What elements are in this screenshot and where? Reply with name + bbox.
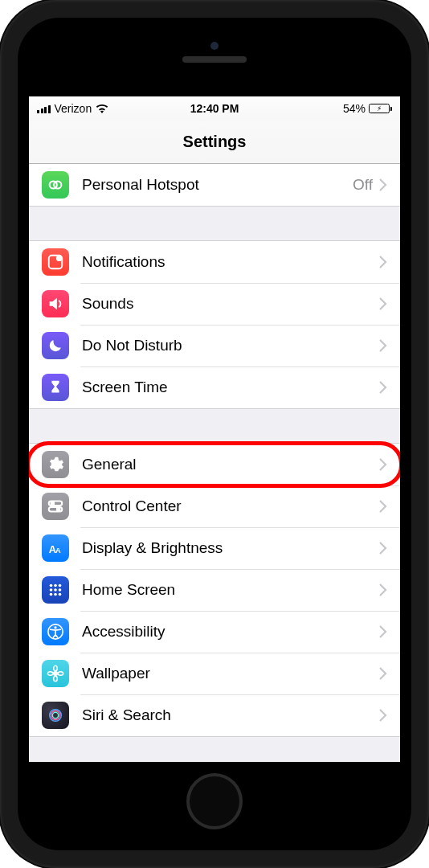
battery-icon: ⚡︎ bbox=[369, 104, 392, 113]
app-grid-icon bbox=[42, 576, 69, 604]
row-label: Accessibility bbox=[82, 623, 379, 641]
chevron-right-icon bbox=[379, 297, 387, 310]
bezel: Verizon 12:40 PM 54% ⚡︎ bbox=[18, 18, 411, 850]
svg-point-5 bbox=[51, 502, 55, 506]
svg-point-15 bbox=[59, 588, 62, 592]
svg-text:A: A bbox=[55, 547, 61, 555]
row-label: Notifications bbox=[82, 253, 379, 271]
row-label: Sounds bbox=[82, 295, 379, 313]
chevron-right-icon bbox=[379, 256, 387, 268]
settings-group: General Control Center AA bbox=[29, 443, 400, 737]
settings-row-sounds[interactable]: Sounds bbox=[29, 283, 400, 325]
hourglass-icon bbox=[42, 374, 69, 401]
settings-group: Personal Hotspot Off bbox=[29, 164, 400, 207]
settings-row-siri-search[interactable]: Siri & Search bbox=[29, 694, 400, 736]
nav-header: Settings bbox=[29, 121, 400, 164]
svg-point-16 bbox=[50, 593, 53, 596]
svg-point-22 bbox=[54, 665, 58, 670]
front-camera bbox=[210, 42, 219, 50]
svg-point-20 bbox=[54, 626, 56, 628]
chevron-right-icon bbox=[379, 178, 387, 191]
row-label: Home Screen bbox=[82, 581, 379, 599]
svg-point-18 bbox=[59, 593, 62, 596]
chevron-right-icon bbox=[379, 583, 387, 596]
home-button[interactable] bbox=[186, 773, 243, 829]
settings-row-accessibility[interactable]: Accessibility bbox=[29, 611, 400, 653]
chevron-right-icon bbox=[379, 458, 387, 471]
sounds-icon bbox=[42, 290, 69, 317]
toggles-icon bbox=[42, 493, 69, 520]
svg-point-12 bbox=[59, 584, 62, 588]
chevron-right-icon bbox=[379, 625, 387, 638]
row-value: Off bbox=[353, 176, 373, 194]
chevron-right-icon bbox=[379, 381, 387, 394]
chevron-right-icon bbox=[379, 667, 387, 680]
flower-icon bbox=[42, 660, 69, 687]
row-label: Control Center bbox=[82, 497, 379, 515]
row-label: Siri & Search bbox=[82, 706, 379, 724]
cellular-signal-icon bbox=[37, 104, 51, 113]
svg-point-7 bbox=[57, 508, 60, 511]
notifications-icon bbox=[42, 248, 69, 276]
chevron-right-icon bbox=[379, 709, 387, 722]
accessibility-icon bbox=[42, 618, 69, 645]
settings-row-control-center[interactable]: Control Center bbox=[29, 485, 400, 527]
settings-row-notifications[interactable]: Notifications bbox=[29, 241, 400, 283]
svg-point-3 bbox=[56, 256, 62, 261]
svg-point-10 bbox=[50, 584, 53, 588]
settings-row-personal-hotspot[interactable]: Personal Hotspot Off bbox=[29, 164, 400, 206]
moon-icon bbox=[42, 332, 69, 359]
settings-row-general[interactable]: General bbox=[29, 444, 400, 485]
settings-row-screen-time[interactable]: Screen Time bbox=[29, 366, 400, 408]
svg-point-13 bbox=[50, 588, 53, 592]
row-label: Screen Time bbox=[82, 379, 379, 396]
svg-point-23 bbox=[54, 676, 58, 681]
row-label: Personal Hotspot bbox=[82, 176, 353, 194]
page-title: Settings bbox=[183, 133, 247, 151]
svg-point-21 bbox=[54, 672, 58, 676]
settings-row-home-screen[interactable]: Home Screen bbox=[29, 569, 400, 611]
carrier-label: Verizon bbox=[55, 102, 92, 115]
settings-list[interactable]: Personal Hotspot Off Notifications bbox=[29, 164, 400, 737]
chevron-right-icon bbox=[379, 500, 387, 513]
svg-point-28 bbox=[52, 712, 58, 718]
chevron-right-icon bbox=[379, 542, 387, 555]
svg-point-25 bbox=[58, 672, 63, 676]
settings-row-display-brightness[interactable]: AA Display & Brightness bbox=[29, 527, 400, 569]
row-label: Do Not Disturb bbox=[82, 337, 379, 354]
siri-icon bbox=[42, 702, 69, 729]
battery-percent: 54% bbox=[343, 102, 366, 115]
text-size-icon: AA bbox=[42, 534, 69, 562]
row-label: General bbox=[82, 456, 379, 473]
svg-point-11 bbox=[54, 584, 57, 588]
status-bar: Verizon 12:40 PM 54% ⚡︎ bbox=[29, 96, 400, 121]
screen: Verizon 12:40 PM 54% ⚡︎ bbox=[29, 96, 400, 762]
settings-row-wallpaper[interactable]: Wallpaper bbox=[29, 653, 400, 694]
settings-group: Notifications Sounds Do bbox=[29, 240, 400, 409]
wifi-icon bbox=[96, 104, 108, 113]
chevron-right-icon bbox=[379, 339, 387, 352]
svg-point-24 bbox=[47, 672, 52, 676]
row-label: Display & Brightness bbox=[82, 539, 379, 557]
svg-point-17 bbox=[54, 593, 57, 596]
hotspot-icon bbox=[42, 171, 69, 199]
speaker bbox=[182, 56, 247, 63]
settings-row-do-not-disturb[interactable]: Do Not Disturb bbox=[29, 325, 400, 366]
row-label: Wallpaper bbox=[82, 665, 379, 682]
gear-icon bbox=[42, 451, 69, 478]
phone-frame: Verizon 12:40 PM 54% ⚡︎ bbox=[0, 0, 429, 868]
clock: 12:40 PM bbox=[190, 102, 239, 115]
svg-point-14 bbox=[54, 588, 57, 592]
